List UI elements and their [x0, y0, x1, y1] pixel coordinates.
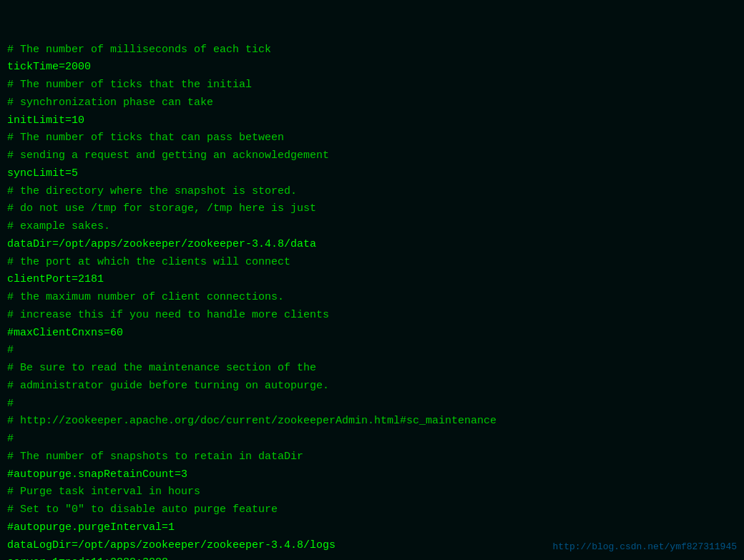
terminal-line: #maxClientCnxns=60 [7, 325, 737, 343]
terminal-line: # the directory where the snapshot is st… [7, 183, 737, 201]
terminal-line: server.1=node11:2888:3888 [7, 554, 737, 560]
terminal-line: #autopurge.purgeInterval=1 [7, 519, 737, 537]
terminal-line: # [7, 431, 737, 448]
terminal-line: # The number of snapshots to retain in d… [7, 448, 737, 466]
terminal-line: tickTime=2000 [7, 59, 737, 77]
watermark: http://blog.csdn.net/ymf827311945 [553, 539, 737, 554]
terminal-line: # Be sure to read the maintenance sectio… [7, 360, 737, 378]
terminal-line: initLimit=10 [7, 112, 737, 130]
terminal-line: # example sakes. [7, 218, 737, 236]
terminal-line: # synchronization phase can take [7, 94, 737, 112]
terminal-line: #autopurge.snapRetainCount=3 [7, 466, 737, 484]
terminal-line: clientPort=2181 [7, 271, 737, 289]
terminal-line: # http://zookeeper.apache.org/doc/curren… [7, 413, 737, 431]
terminal-line: # administrator guide before turning on … [7, 378, 737, 396]
terminal-line: dataDir=/opt/apps/zookeeper/zookeeper-3.… [7, 236, 737, 254]
terminal-line: # The number of milliseconds of each tic… [7, 41, 737, 59]
terminal-line: # [7, 396, 737, 413]
terminal-line: # do not use /tmp for storage, /tmp here… [7, 200, 737, 218]
terminal-output: # The number of milliseconds of each tic… [7, 6, 737, 560]
terminal-line: # The number of ticks that can pass betw… [7, 129, 737, 147]
terminal-line: # the port at which the clients will con… [7, 254, 737, 272]
terminal-line: # Purge task interval in hours [7, 483, 737, 501]
terminal-line: # Set to "0" to disable auto purge featu… [7, 501, 737, 519]
terminal-line: # [7, 342, 737, 360]
terminal-line: syncLimit=5 [7, 165, 737, 183]
terminal-line: # sending a request and getting an ackno… [7, 147, 737, 165]
terminal-line: # The number of ticks that the initial [7, 77, 737, 94]
terminal-line: # the maximum number of client connectio… [7, 289, 737, 307]
terminal-line: # increase this if you need to handle mo… [7, 307, 737, 325]
